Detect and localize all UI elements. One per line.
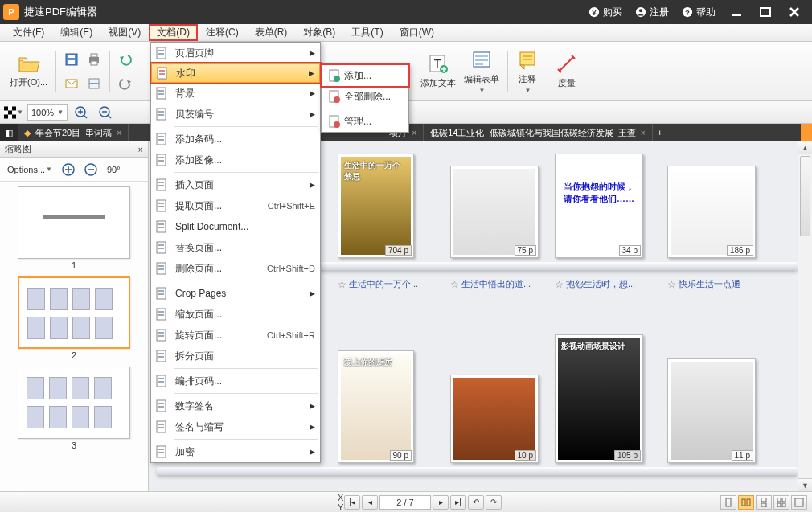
add-text-button[interactable]: T 添加文本 xyxy=(417,51,459,91)
scroll-up-button[interactable]: ▲ xyxy=(798,141,812,154)
thumbnail-2[interactable]: 2 xyxy=(18,276,130,360)
menu-item-数字签名[interactable]: 数字签名▶ xyxy=(151,395,320,416)
thumb-zoom-out[interactable] xyxy=(80,159,101,180)
menu-item-签名与缩写[interactable]: 签名与缩写▶ xyxy=(151,416,320,437)
menu-item-插入页面[interactable]: 插入页面▶ xyxy=(151,174,320,195)
next-page-button[interactable]: ▸ xyxy=(433,495,449,510)
scan-button[interactable] xyxy=(84,73,105,94)
measure-button[interactable]: 度量 xyxy=(552,51,581,91)
scroll-thumb[interactable] xyxy=(800,156,810,236)
thumb-options-button[interactable]: Options...▼ xyxy=(3,164,56,175)
menu-item-水印[interactable]: 水印▶ xyxy=(151,63,320,83)
menu-编辑(E)[interactable]: 编辑(E) xyxy=(52,24,100,41)
tab-3-close[interactable]: × xyxy=(641,129,646,137)
book-1[interactable]: 生活中的一万个禁忌704 p xyxy=(338,154,414,258)
page-indicator[interactable]: 2 / 7 xyxy=(379,495,431,510)
menu-item-背景[interactable]: 背景▶ xyxy=(151,83,320,104)
menu-工具(T)[interactable]: 工具(T) xyxy=(343,24,391,41)
buy-button[interactable]: ¥ 购买 xyxy=(582,0,629,24)
zoom-in-small[interactable] xyxy=(71,102,92,123)
print-button[interactable] xyxy=(84,49,105,70)
thumb-rotate-button[interactable]: 90° xyxy=(103,164,125,175)
menu-item-删除页面...[interactable]: 删除页面...Ctrl+Shift+D xyxy=(151,258,320,279)
star-icon[interactable]: ☆ xyxy=(667,279,676,290)
book-3[interactable]: 当你抱怨的时候，请你看看他们……34 p xyxy=(555,154,643,258)
prev-page-button[interactable]: ◂ xyxy=(362,495,378,510)
help-button[interactable]: ? 帮助 xyxy=(675,0,722,24)
tab-2-close[interactable]: × xyxy=(412,129,416,137)
book-7[interactable]: 影视动画场景设计105 p xyxy=(555,334,643,463)
submenu-item-管理...[interactable]: 管理... xyxy=(322,111,408,132)
menu-item-添加图像...[interactable]: 添加图像... xyxy=(151,150,320,170)
tab-3[interactable]: 低碳14工业化_低碳城镇化与我国低碳经济发展_王查× xyxy=(424,124,652,141)
menu-item-拆分页面[interactable]: 拆分页面 xyxy=(151,346,320,367)
nav-fwd-button[interactable]: ↷ xyxy=(486,495,502,510)
menu-item-加密[interactable]: 加密▶ xyxy=(151,441,320,462)
menu-item-替换页面...[interactable]: 替换页面... xyxy=(151,237,320,258)
tab-add-button[interactable]: + xyxy=(653,124,667,141)
star-icon[interactable]: ☆ xyxy=(450,279,459,290)
zoom-out-small[interactable] xyxy=(95,102,116,123)
star-icon[interactable]: ☆ xyxy=(338,279,347,290)
tab-overflow[interactable] xyxy=(801,124,812,141)
first-page-button[interactable]: |◂ xyxy=(344,495,360,510)
book-caption-3[interactable]: ☆抱怨生活时，想... xyxy=(555,278,635,290)
panel-close-icon[interactable]: × xyxy=(138,145,143,154)
menu-文件(F)[interactable]: 文件(F) xyxy=(5,24,52,41)
menu-视图(V)[interactable]: 视图(V) xyxy=(100,24,149,41)
menu-item-旋转页面...[interactable]: 旋转页面...Ctrl+Shift+R xyxy=(151,325,320,346)
menu-表单(R)[interactable]: 表单(R) xyxy=(247,24,296,41)
menu-item-贝茨编号[interactable]: 贝茨编号▶ xyxy=(151,104,320,125)
edit-form-button[interactable]: 编辑表单▼ xyxy=(461,47,502,96)
menu-item-添加条码...[interactable]: 添加条码... xyxy=(151,129,320,150)
menu-item-缩放页面...[interactable]: 缩放页面... xyxy=(151,304,320,325)
tab-1-close[interactable]: × xyxy=(117,129,121,137)
book-caption-2[interactable]: ☆生活中悟出的道... xyxy=(450,278,531,290)
minimize-button[interactable] xyxy=(722,0,751,24)
menu-文档(D)[interactable]: 文档(D) xyxy=(149,24,198,41)
save-button[interactable] xyxy=(61,49,82,70)
book-2[interactable]: 75 p xyxy=(450,166,539,258)
view-single[interactable] xyxy=(720,495,736,510)
tab-1[interactable]: ◆年会节20目_串词稿× xyxy=(18,124,129,141)
menu-item-Split Document...[interactable]: Split Document... xyxy=(151,216,320,237)
thumbnail-1[interactable]: 1 xyxy=(18,186,130,270)
tab-home-button[interactable]: ◧ xyxy=(0,124,18,141)
view-cont-facing[interactable] xyxy=(773,495,789,510)
book-4[interactable]: 186 p xyxy=(667,166,756,258)
book-caption-1[interactable]: ☆生活中的一万个... xyxy=(338,278,418,290)
register-button[interactable]: 注册 xyxy=(629,0,675,24)
scroll-down-button[interactable]: ▼ xyxy=(798,478,812,491)
vertical-scrollbar[interactable]: ▲ ▼ xyxy=(798,141,812,491)
email-button[interactable] xyxy=(61,73,82,94)
submenu-item-添加...[interactable]: 添加... xyxy=(322,65,408,86)
submenu-item-全部删除...[interactable]: 全部删除... xyxy=(322,86,408,107)
menu-item-提取页面...[interactable]: 提取页面...Ctrl+Shift+E xyxy=(151,195,320,216)
thumbnail-3[interactable]: 3 xyxy=(18,367,130,450)
redo-button[interactable] xyxy=(115,73,136,94)
close-button[interactable] xyxy=(780,0,809,24)
nav-back-button[interactable]: ↶ xyxy=(468,495,484,510)
pattern-button[interactable]: ▼ xyxy=(3,102,24,123)
last-page-button[interactable]: ▸| xyxy=(450,495,466,510)
star-icon[interactable]: ☆ xyxy=(555,279,564,290)
book-5[interactable]: 爱上你的厨房90 p xyxy=(338,350,414,463)
zoom-combo[interactable]: 100% ▼ xyxy=(27,104,68,121)
view-fullscreen[interactable] xyxy=(791,495,807,510)
view-continuous[interactable] xyxy=(756,495,772,510)
open-button[interactable]: 打开(O)... xyxy=(6,52,51,90)
thumb-zoom-in[interactable] xyxy=(58,159,79,180)
maximize-button[interactable] xyxy=(751,0,780,24)
annotate-button[interactable]: 注释▼ xyxy=(513,47,542,96)
menu-窗口(W)[interactable]: 窗口(W) xyxy=(392,24,442,41)
book-caption-4[interactable]: ☆快乐生活一点通 xyxy=(667,278,740,290)
menu-item-Crop Pages[interactable]: Crop Pages▶ xyxy=(151,283,320,304)
menu-对象(B)[interactable]: 对象(B) xyxy=(295,24,343,41)
undo-button[interactable] xyxy=(115,49,136,70)
book-6[interactable]: 10 p xyxy=(450,375,539,463)
view-facing[interactable] xyxy=(738,495,754,510)
menu-注释(C)[interactable]: 注释(C) xyxy=(198,24,247,41)
menu-item-页眉页脚[interactable]: 页眉页脚▶ xyxy=(151,43,320,63)
menu-item-编排页码...[interactable]: 编排页码... xyxy=(151,371,320,391)
book-8[interactable]: 11 p xyxy=(667,358,756,463)
